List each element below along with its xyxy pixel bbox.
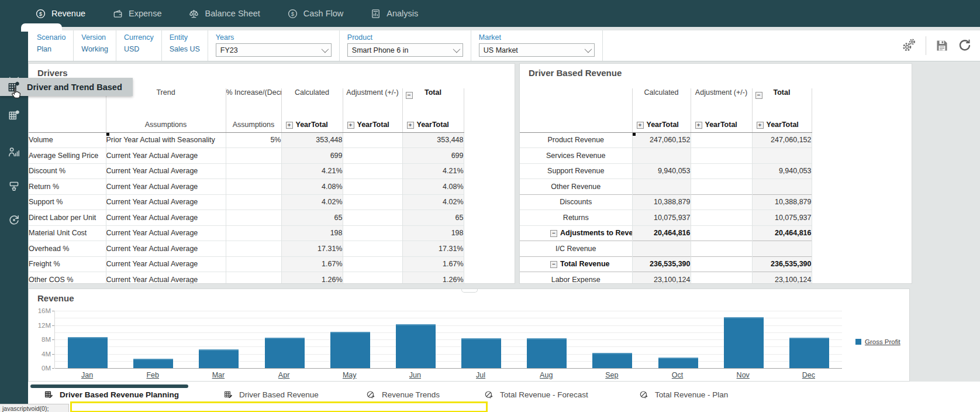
nav-tab-expense[interactable]: Expense (112, 8, 161, 19)
expand-icon[interactable]: + (637, 122, 644, 129)
cell[interactable] (632, 241, 691, 257)
cell[interactable] (343, 194, 402, 210)
sidebar-item-people-analytics[interactable] (0, 142, 28, 163)
gear-icon[interactable] (900, 37, 917, 54)
cell[interactable] (226, 272, 281, 284)
pov-value-currency[interactable]: USD (124, 45, 154, 53)
pov-value-entity[interactable]: Sales US (170, 45, 200, 53)
cell[interactable]: Current Year Actual Average (106, 210, 226, 226)
cell[interactable]: Current Year Actual Average (106, 256, 226, 272)
pov-select-market[interactable]: US Market (479, 43, 595, 57)
cell[interactable] (343, 163, 402, 179)
cell[interactable]: 4.08% (281, 179, 343, 195)
cell[interactable]: 198 (402, 225, 464, 241)
row-label-overhead[interactable]: Overhead % (29, 241, 106, 257)
expand-icon[interactable]: + (347, 122, 354, 129)
sidebar-item-process[interactable] (0, 210, 28, 231)
cell[interactable]: 1.26% (402, 272, 464, 284)
cell[interactable] (691, 132, 752, 148)
cell[interactable]: 17.31% (281, 241, 343, 257)
cell[interactable] (343, 256, 402, 272)
cell[interactable]: 198 (281, 225, 343, 241)
cell[interactable]: 5% (226, 132, 281, 148)
expand-icon[interactable]: + (407, 122, 414, 129)
bottom-tab-revenue-trends[interactable]: Revenue Trends (366, 390, 440, 400)
bottom-tab-total-revenue-plan[interactable]: Total Revenue - Plan (639, 390, 728, 400)
cell[interactable] (343, 241, 402, 257)
cell[interactable]: 9,940,053 (632, 163, 691, 179)
pov-select-years[interactable]: FY23 (216, 43, 332, 57)
row-label-volume[interactable]: Volume (29, 132, 106, 148)
row-label-freight[interactable]: Freight % (29, 256, 106, 272)
collapse-icon[interactable]: − (550, 230, 557, 237)
sidebar-item-roller[interactable] (0, 176, 28, 197)
cell[interactable]: 65 (402, 210, 464, 226)
expand-icon[interactable]: + (757, 122, 764, 129)
row-label-returns[interactable]: Returns (520, 210, 632, 226)
cell[interactable]: 353,448 (281, 132, 343, 148)
row-label-return[interactable]: Return % (29, 179, 106, 195)
cell[interactable] (691, 241, 752, 257)
cell[interactable] (691, 225, 752, 241)
row-label-direct-labor-per-unit[interactable]: Direct Labor per Unit (29, 210, 106, 226)
cell[interactable]: Current Year Actual Average (106, 163, 226, 179)
x-axis-label-nov[interactable]: Nov (710, 371, 776, 379)
x-axis-label-mar[interactable]: Mar (185, 371, 251, 379)
row-label-other-cos[interactable]: Other COS % (29, 272, 106, 284)
cell[interactable] (226, 256, 281, 272)
pov-value-scenario[interactable]: Plan (37, 45, 65, 53)
row-label-other-revenue[interactable]: Other Revenue (520, 179, 632, 195)
cell[interactable] (343, 225, 402, 241)
x-axis-label-sep[interactable]: Sep (579, 371, 644, 379)
row-label-average-selling-price[interactable]: Average Selling Price (29, 148, 106, 164)
row-label-adjustments-to-revenu[interactable]: −Adjustments to Revenu (520, 225, 632, 241)
cell[interactable] (343, 132, 402, 148)
cell[interactable] (226, 163, 281, 179)
row-label-i-c-revenue[interactable]: I/C Revenue (520, 241, 632, 257)
nav-tab-cash-flow[interactable]: $Cash Flow (287, 8, 344, 19)
cell[interactable] (752, 179, 812, 195)
cell[interactable]: 353,448 (402, 132, 464, 148)
cell[interactable]: 9,940,053 (752, 163, 812, 179)
row-label-total-revenue[interactable]: −Total Revenue (520, 256, 632, 272)
row-label-discount[interactable]: Discount % (29, 163, 106, 179)
expand-icon[interactable]: + (286, 122, 293, 129)
row-label-material-unit-cost[interactable]: Material Unit Cost (29, 225, 106, 241)
cell[interactable]: 65 (281, 210, 343, 226)
bottom-tab-driver-based-revenue-planning[interactable]: Driver Based Revenue Planning (44, 390, 179, 400)
cell[interactable]: 4.21% (402, 163, 464, 179)
row-label-product-revenue[interactable]: Product Revenue (520, 132, 632, 148)
cell[interactable]: Prior Year Actual with Seasonality (106, 132, 226, 148)
bottom-tab-total-revenue-forecast[interactable]: Total Revenue - Forecast (484, 390, 588, 400)
cell[interactable] (691, 179, 752, 195)
cell[interactable]: 23,100,124 (752, 272, 812, 284)
cell[interactable] (691, 272, 752, 284)
nav-tab-analysis[interactable]: Analysis (370, 8, 418, 19)
row-label-discounts[interactable]: Discounts (520, 194, 632, 210)
cell[interactable]: 4.02% (281, 194, 343, 210)
cell[interactable]: 236,535,390 (632, 256, 691, 272)
cell[interactable] (343, 272, 402, 284)
cell[interactable]: Current Year Actual Average (106, 179, 226, 195)
save-icon[interactable] (935, 39, 949, 53)
cell[interactable] (691, 163, 752, 179)
x-axis-label-jul[interactable]: Jul (448, 371, 513, 379)
cell[interactable] (343, 148, 402, 164)
cell[interactable]: 17.31% (402, 241, 464, 257)
cell[interactable]: 699 (402, 148, 464, 164)
x-axis-label-oct[interactable]: Oct (645, 371, 710, 379)
cell[interactable] (226, 194, 281, 210)
x-axis-label-may[interactable]: May (317, 371, 382, 379)
x-axis-label-jun[interactable]: Jun (382, 371, 448, 379)
cell[interactable] (691, 256, 752, 272)
cell[interactable]: 10,075,937 (752, 210, 812, 226)
row-label-labor-expense[interactable]: Labor Expense (520, 272, 632, 284)
cell[interactable]: Current Year Actual Average (106, 225, 226, 241)
cell[interactable]: 23,100,124 (632, 272, 691, 284)
cell[interactable]: 236,535,390 (752, 256, 812, 272)
cell[interactable] (691, 194, 752, 210)
x-axis-label-jan[interactable]: Jan (54, 371, 120, 379)
cell[interactable] (226, 225, 281, 241)
cell[interactable] (226, 210, 281, 226)
cell[interactable] (226, 241, 281, 257)
